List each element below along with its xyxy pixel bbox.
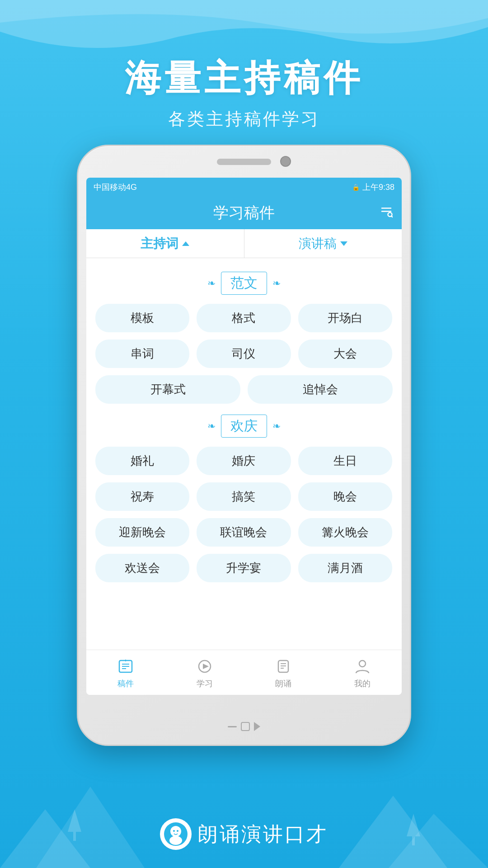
section-huanqing-header: ❧ 欢庆 ❧ <box>95 415 393 438</box>
back-btn <box>254 722 260 731</box>
section-huanqing-title: 欢庆 <box>221 415 267 438</box>
nav-langsong-label: 朗诵 <box>275 678 291 689</box>
learn-icon <box>195 656 215 676</box>
tab-zhuchici-label: 主持词 <box>141 235 178 252</box>
tab-yanjiang[interactable]: 演讲稿 <box>244 229 402 258</box>
tag-shengxue[interactable]: 升学宴 <box>197 554 291 582</box>
nav-gaojian[interactable]: 稿件 <box>86 656 165 689</box>
book-icon <box>116 656 136 676</box>
tag-muban[interactable]: 模板 <box>95 304 189 332</box>
status-bar: 中国移动4G 🔒 上午9:38 <box>86 178 402 197</box>
svg-marker-10 <box>203 664 209 669</box>
deco-left-2: ❧ <box>207 420 216 432</box>
nav-xuexi[interactable]: 学习 <box>165 656 244 689</box>
tag-zhuidao[interactable]: 追悼会 <box>248 375 393 404</box>
section-fanwen-title: 范文 <box>221 272 267 295</box>
wave-top <box>0 0 488 59</box>
search-menu-icon[interactable] <box>380 205 393 221</box>
carrier: 中国移动4G <box>94 182 137 193</box>
app-bar-title: 学习稿件 <box>213 203 275 223</box>
phone-mockup: 中国移动4G 🔒 上午9:38 学习稿件 <box>77 145 411 746</box>
deco-right-1: ❧ <box>272 278 281 289</box>
tag-wanhui[interactable]: 晚会 <box>298 482 392 511</box>
header-area: 海量主持稿件 各类主持稿件学习 <box>0 54 488 131</box>
svg-point-26 <box>173 830 175 832</box>
bottom-nav: 稿件 学习 <box>86 650 402 695</box>
nav-xuexi-label: 学习 <box>197 678 213 689</box>
svg-point-25 <box>170 826 181 837</box>
tag-huansong[interactable]: 欢送会 <box>95 554 189 582</box>
deco-left-1: ❧ <box>207 278 216 289</box>
phone-outer: 中国移动4G 🔒 上午9:38 学习稿件 <box>77 145 411 746</box>
tag-juhuo[interactable]: 篝火晚会 <box>298 518 392 547</box>
main-title: 海量主持稿件 <box>0 54 488 103</box>
phone-home-buttons <box>226 720 262 733</box>
tab-up-arrow <box>182 241 189 246</box>
svg-point-27 <box>177 830 178 832</box>
brand-text: 朗诵演讲口才 <box>198 821 328 848</box>
svg-point-15 <box>359 660 366 667</box>
tab-zhuchici[interactable]: 主持词 <box>86 229 244 258</box>
user-icon <box>352 656 372 676</box>
svg-line-3 <box>392 216 393 217</box>
tab-yanjiang-label: 演讲稿 <box>299 235 337 252</box>
recite-icon <box>273 656 293 676</box>
tag-hunqing[interactable]: 婚庆 <box>197 447 291 475</box>
tag-shengri[interactable]: 生日 <box>298 447 392 475</box>
tag-manyue[interactable]: 满月酒 <box>298 554 392 582</box>
tag-geshi[interactable]: 格式 <box>197 304 291 332</box>
menu-btn <box>228 726 237 727</box>
tag-siyi[interactable]: 司仪 <box>197 340 291 368</box>
deco-right-2: ❧ <box>272 420 281 432</box>
phone-screen: 中国移动4G 🔒 上午9:38 学习稿件 <box>86 178 402 695</box>
nav-langsong[interactable]: 朗诵 <box>244 656 323 689</box>
bottom-branding: 朗诵演讲口才 <box>0 818 488 850</box>
tag-gaoxiao[interactable]: 搞笑 <box>197 482 291 511</box>
content-scroll[interactable]: ❧ 范文 ❧ 模板 格式 开场白 串词 司仪 大会 开幕式 追悼会 ❧ <box>86 258 402 650</box>
brand-logo <box>160 818 192 850</box>
nav-wode[interactable]: 我的 <box>323 656 402 689</box>
phone-camera <box>280 156 291 167</box>
nav-gaojian-label: 稿件 <box>117 678 134 689</box>
time: 🔒 上午9:38 <box>352 182 394 193</box>
tabs-row: 主持词 演讲稿 <box>86 229 402 258</box>
tag-yingxin[interactable]: 迎新晚会 <box>95 518 189 547</box>
brand-logo-icon <box>163 821 188 847</box>
home-btn <box>241 722 250 731</box>
tag-kaimu[interactable]: 开幕式 <box>95 375 240 404</box>
tag-lianyi[interactable]: 联谊晚会 <box>197 518 291 547</box>
sub-title: 各类主持稿件学习 <box>0 108 488 131</box>
fanwen-tags: 模板 格式 开场白 串词 司仪 大会 开幕式 追悼会 <box>95 304 393 404</box>
tab-down-arrow <box>340 241 347 246</box>
nav-wode-label: 我的 <box>354 678 371 689</box>
section-fanwen-header: ❧ 范文 ❧ <box>95 272 393 295</box>
app-bar: 学习稿件 <box>86 197 402 229</box>
phone-speaker <box>217 159 271 165</box>
tag-hunli[interactable]: 婚礼 <box>95 447 189 475</box>
tag-zhushou[interactable]: 祝寿 <box>95 482 189 511</box>
tag-chuanci[interactable]: 串词 <box>95 340 189 368</box>
tag-kaichang[interactable]: 开场白 <box>298 304 392 332</box>
svg-point-28 <box>169 836 182 845</box>
tag-dahui[interactable]: 大会 <box>298 340 392 368</box>
huanqing-tags: 婚礼 婚庆 生日 祝寿 搞笑 晚会 迎新晚会 联谊晚会 篝火晚会 欢送会 升学宴… <box>95 447 393 582</box>
